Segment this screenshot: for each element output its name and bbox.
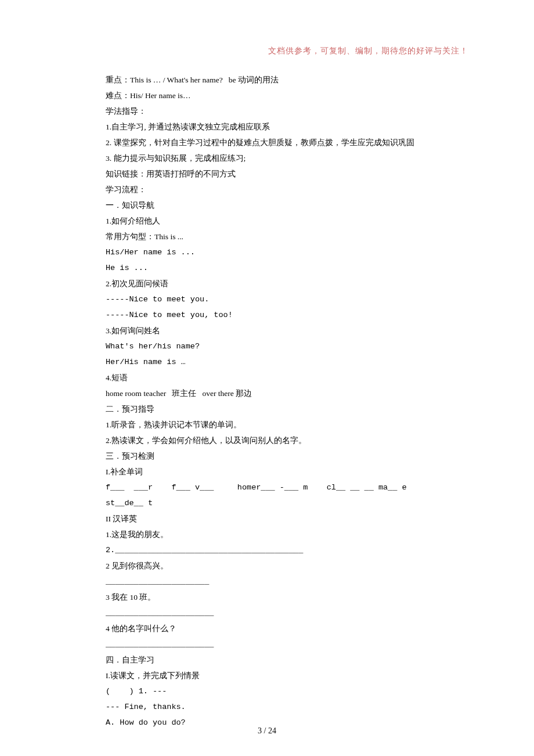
document-body: 重点：This is … / What's her name? be 动词的用法…	[106, 72, 471, 730]
line-translate-3-blank: _______________________	[106, 605, 471, 621]
header-note: 文档供参考，可复制、编制，期待您的好评与关注！	[268, 46, 468, 56]
line-ask-name-2: Her/His name is …	[106, 354, 471, 370]
section-1-title: 一．知识导航	[106, 197, 471, 213]
line-self-study-1: I.读课文，并完成下列情景	[106, 668, 471, 683]
line-blank-words-1: f___ ___r f___ v___ homer___ -___ m cl__…	[106, 480, 471, 495]
line-difficulty: 难点：His/ Her name is…	[106, 88, 471, 103]
line-translate-1: 1.这是我的朋友。	[106, 527, 471, 542]
line-greeting-title: 2.初次见面问候语	[106, 276, 471, 291]
line-translate-4: 4 他的名字叫什么？	[106, 621, 471, 636]
line-knowledge-link: 知识链接：用英语打招呼的不同方式	[106, 166, 471, 182]
line-preview-2: 2.熟读课文，学会如何介绍他人，以及询问别人的名字。	[106, 433, 471, 448]
section-2-title: 二．预习指导	[106, 401, 471, 417]
line-phrase-title: 4.短语	[106, 370, 471, 386]
line-translate-4-blank: _______________________	[106, 636, 471, 652]
line-ask-name-title: 3.如何询问姓名	[106, 323, 471, 339]
line-pattern-2: His/Her name is ...	[106, 244, 471, 260]
line-translate-2: 2 见到你很高兴。	[106, 558, 471, 574]
line-method-2: 2. 课堂探究，针对自主学习过程中的疑难点大胆质疑，教师点拨，学生应完成知识巩固	[106, 135, 471, 150]
line-emphasis: 重点：This is … / What's her name? be 动词的用法	[106, 72, 471, 88]
line-process-title: 学习流程：	[106, 182, 471, 197]
line-complete-words-title: I.补全单词	[106, 464, 471, 480]
line-translate-2-blank: ______________________	[106, 574, 471, 589]
line-exercise-1: ( ) 1. ---	[106, 683, 471, 699]
line-translate-1-blank: 2.______________________________________…	[106, 542, 471, 558]
line-exercise-1-answer: --- Fine, thanks.	[106, 699, 471, 715]
line-ask-name-1: What's her/his name?	[106, 339, 471, 354]
line-sentence-pattern: 常用方句型：This is ...	[106, 229, 471, 244]
line-greeting-1: -----Nice to meet you.	[106, 291, 471, 307]
line-blank-words-2: st__de__ t	[106, 495, 471, 511]
page-number: 3 / 24	[0, 726, 534, 736]
line-greeting-2: -----Nice to meet you, too!	[106, 307, 471, 323]
line-phrase-content: home room teacher 班主任 over there 那边	[106, 386, 471, 401]
line-translate-3: 3 我在 10 班。	[106, 589, 471, 605]
line-preview-1: 1.听录音，熟读并识记本节课的单词。	[106, 417, 471, 433]
line-method-3: 3. 能力提示与知识拓展，完成相应练习;	[106, 150, 471, 166]
section-4-title: 四．自主学习	[106, 652, 471, 668]
line-translate-title: II 汉译英	[106, 511, 471, 527]
section-3-title: 三．预习检测	[106, 448, 471, 464]
line-method-1: 1.自主学习, 并通过熟读课文独立完成相应联系	[106, 119, 471, 135]
line-pattern-3: He is ...	[106, 260, 471, 276]
line-intro-others: 1.如何介绍他人	[106, 213, 471, 229]
line-method-title: 学法指导：	[106, 103, 471, 119]
